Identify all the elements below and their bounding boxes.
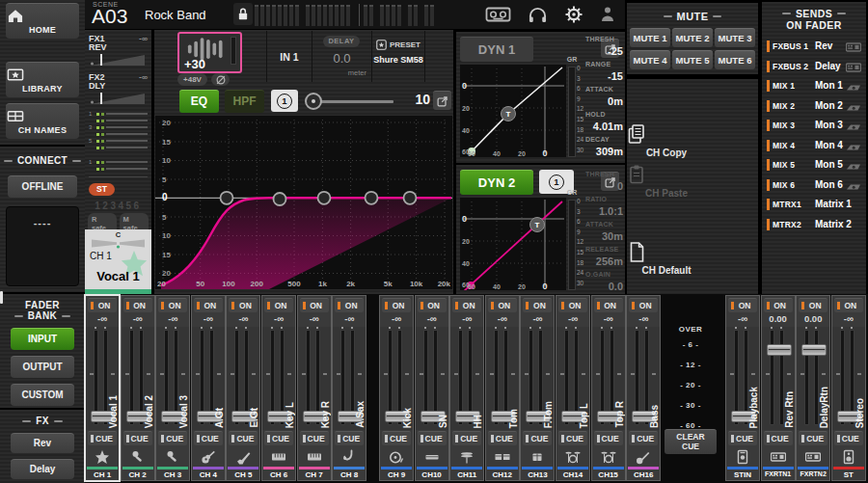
fader-track-area[interactable]: Vocal 3 — [156, 327, 189, 430]
fader-track-area[interactable]: Vocal 1 — [86, 327, 119, 430]
channel-on-button[interactable]: ON — [523, 298, 552, 312]
channel-cue-button[interactable]: CUE — [594, 431, 623, 445]
fader-track-area[interactable]: SN — [416, 327, 448, 430]
channel-cue-button[interactable]: CUE — [418, 431, 447, 445]
sof-row-mix3[interactable]: MIX 3Mon 3 — [762, 116, 866, 135]
fader-strip-CH5[interactable]: ON -∞ E.Gt CUE CH 5 — [226, 295, 260, 481]
eq-one-knob-handle[interactable] — [305, 93, 322, 110]
fader-cap[interactable] — [767, 344, 792, 356]
channel-on-button[interactable]: ON — [335, 298, 364, 312]
channel-cue-button[interactable]: CUE — [382, 431, 411, 445]
mute-2-button[interactable]: MUTE 2 — [672, 28, 713, 47]
mute-5-button[interactable]: MUTE 5 — [672, 50, 713, 69]
channel-name-card[interactable]: C CH 1 Vocal 1 — [85, 229, 151, 294]
channel-on-button[interactable]: ON — [300, 298, 329, 312]
channel-cue-button[interactable]: CUE — [834, 431, 863, 445]
channel-cue-button[interactable]: CUE — [88, 431, 117, 445]
fader-strip-CH14[interactable]: ON -∞ Top L CUE CH14 — [556, 295, 590, 481]
mute-6-button[interactable]: MUTE 6 — [715, 50, 755, 69]
st-assign-badge[interactable]: ST — [89, 183, 115, 196]
fx-rev-button[interactable]: Rev — [11, 433, 74, 453]
meter-bridge[interactable] — [255, 4, 441, 26]
fader-cap[interactable] — [801, 344, 827, 356]
channel-cue-button[interactable]: CUE — [229, 431, 258, 445]
fader-strip-CH3[interactable]: ON -∞ Vocal 3 CUE CH 3 — [155, 295, 190, 481]
channel-cue-button[interactable]: CUE — [300, 431, 329, 445]
channel-on-button[interactable]: ON — [728, 298, 757, 312]
sof-row-mtrx2[interactable]: MTRX2Matrix 2 — [762, 215, 866, 234]
fader-strip-CH8[interactable]: ON -∞ A.Sax CUE CH 8 — [332, 295, 366, 481]
fader-track-area[interactable]: Kick — [380, 327, 413, 430]
fx-delay-button[interactable]: Delay — [11, 459, 74, 479]
fader-track-area[interactable]: Rev Rtn — [762, 327, 795, 430]
channel-on-button[interactable]: ON — [194, 298, 223, 312]
eq-button[interactable]: EQ — [179, 90, 219, 113]
fader-track-area[interactable]: Top R — [592, 327, 625, 430]
sof-row-fxbus2[interactable]: FXBUS 2Delay — [762, 57, 866, 76]
nav-library-button[interactable]: LIBRARY — [6, 62, 79, 97]
fader-track-area[interactable]: Playback — [726, 327, 759, 430]
nav-ch-names-button[interactable]: CH NAMES — [6, 103, 79, 139]
clear-cue-button[interactable]: CLEAR CUE — [665, 429, 717, 454]
fader-strip-CH15[interactable]: ON -∞ Top R CUE CH15 — [591, 295, 626, 481]
fader-strip-CH4[interactable]: ON -∞ A.Gt CUE CH 4 — [191, 295, 226, 481]
channel-cue-button[interactable]: CUE — [123, 431, 152, 445]
fader-strip-ST[interactable]: ON -∞ Stereo CUE ST — [831, 295, 866, 481]
channel-on-button[interactable]: ON — [558, 298, 587, 312]
channel-cue-button[interactable]: CUE — [158, 431, 187, 445]
channel-on-button[interactable]: ON — [799, 298, 827, 312]
channel-on-button[interactable]: ON — [418, 298, 447, 312]
fader-track-area[interactable]: Tom — [486, 327, 519, 430]
send-level-ramp[interactable] — [89, 53, 147, 67]
delay-button[interactable]: DELAY 0.0 meter — [312, 31, 371, 82]
scene-title[interactable]: Rock Band — [145, 8, 206, 22]
fader-track-area[interactable]: A.Sax — [333, 327, 366, 430]
fader-track-area[interactable]: E.Gt — [227, 327, 259, 430]
mute-1-button[interactable]: MUTE 1 — [630, 28, 670, 47]
fader-bank-custom-button[interactable]: CUSTOM — [11, 384, 74, 406]
recorder-icon[interactable] — [485, 6, 511, 23]
fader-track-area[interactable]: Top L — [556, 327, 589, 430]
fader-track-area[interactable]: Key L — [262, 327, 295, 430]
sof-row-mix2[interactable]: MIX 2Mon 2 — [762, 96, 866, 116]
channel-on-button[interactable]: ON — [264, 298, 293, 312]
dyn2-graph[interactable]: T02040606040200 — [460, 198, 566, 290]
input-patch-button[interactable]: IN 1 — [267, 31, 312, 82]
sof-row-mix6[interactable]: MIX 6Mon 6 — [762, 175, 866, 195]
fader-strip-CH16[interactable]: ON -∞ Bass CUE CH16 — [626, 295, 661, 481]
channel-on-button[interactable]: ON — [229, 298, 258, 312]
fader-track-area[interactable]: HH — [450, 327, 483, 430]
fader-track-area[interactable]: Key R — [298, 327, 331, 430]
ch-paste-button[interactable]: CH Paste — [627, 164, 706, 199]
ch-copy-button[interactable]: CH Copy — [627, 123, 706, 158]
sof-row-mix5[interactable]: MIX 5Mon 5 — [762, 155, 866, 174]
channel-cue-button[interactable]: CUE — [194, 431, 223, 445]
fader-track-area[interactable]: A.Gt — [192, 327, 225, 430]
dyn1-graph[interactable]: T02040606040200 — [460, 65, 566, 157]
fader-track-area[interactable]: Vocal 2 — [122, 327, 154, 430]
fader-strip-FXRTN2[interactable]: ON 0.00 DelayRtn CUE FXRTN2 — [796, 295, 830, 481]
fader-strip-CH11[interactable]: ON -∞ HH CUE CH11 — [449, 295, 484, 481]
gain-button[interactable]: +30 — [177, 32, 242, 73]
fader-strip-CH10[interactable]: ON -∞ SN CUE CH10 — [415, 295, 449, 481]
fader-strip-CH1[interactable]: ON -∞ Vocal 1 CUE CH 1 — [84, 294, 121, 482]
user-icon[interactable] — [600, 6, 615, 23]
hpf-button[interactable]: HPF — [225, 90, 264, 113]
dyn2-button[interactable]: DYN 2 — [460, 170, 533, 195]
sof-row-mix4[interactable]: MIX 4Mon 4 — [762, 136, 866, 155]
fader-track-area[interactable]: Stereo — [832, 327, 865, 430]
phantom-48v-button[interactable]: +48V — [177, 73, 207, 86]
channel-on-button[interactable]: ON — [382, 298, 411, 312]
nav-home-button[interactable]: HOME — [6, 3, 79, 39]
fader-strip-FXRTN1[interactable]: ON 0.00 Rev Rtn CUE FXRTN1 — [761, 295, 796, 481]
channel-on-button[interactable]: ON — [88, 298, 117, 312]
channel-cue-button[interactable]: CUE — [764, 431, 793, 445]
channel-cue-button[interactable]: CUE — [558, 431, 587, 445]
fader-strip-STIN[interactable]: ON -∞ Playback CUE STIN — [725, 295, 760, 481]
send-level-ramp[interactable] — [89, 92, 147, 105]
headphones-icon[interactable] — [528, 6, 548, 24]
eq-one-knob-button[interactable]: 1 — [271, 90, 298, 112]
gear-icon[interactable] — [564, 5, 583, 24]
fader-bank-output-button[interactable]: OUTPUT — [11, 356, 74, 378]
channel-on-button[interactable]: ON — [452, 298, 481, 312]
